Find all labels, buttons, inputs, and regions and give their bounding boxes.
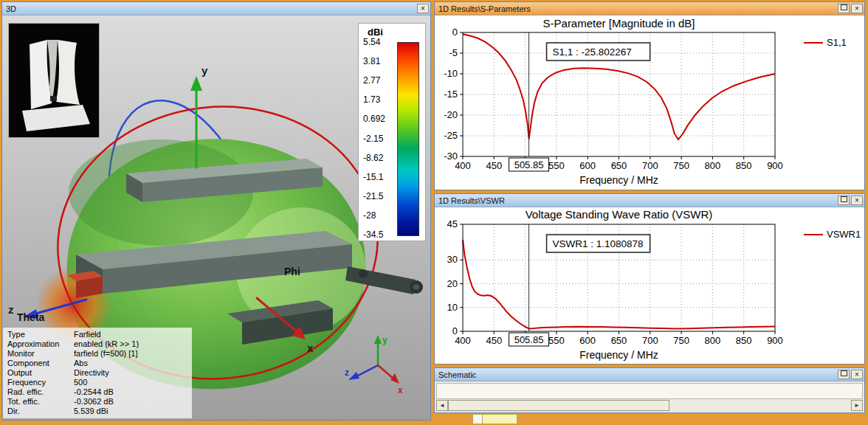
- maximize-icon[interactable]: [838, 196, 850, 205]
- x-tick-label: 850: [736, 160, 752, 171]
- farfield-info-value: enabled (kR >> 1): [74, 339, 192, 349]
- farfield-info-label: Monitor: [7, 349, 74, 359]
- chart-title: S-Parameter [Magnitude in dB]: [543, 17, 695, 30]
- y-tick-label: -10: [444, 68, 458, 79]
- mini-x-label: x: [398, 385, 403, 395]
- y-tick-label: 20: [447, 278, 458, 289]
- x-tick-label: 900: [767, 160, 783, 171]
- legend-label: S1,1: [827, 37, 847, 48]
- schematic-canvas[interactable]: ◄ ►: [435, 381, 864, 412]
- x-tick-label: 550: [548, 335, 565, 346]
- panel-s-parameters: 1D Results\S-Parameters × 40045055060065…: [434, 1, 865, 190]
- legend-label: VSWR1: [827, 229, 861, 240]
- taskbar-fragment-yellow: [483, 414, 517, 424]
- taskbar-fragment-white: [472, 414, 483, 424]
- colorbar-value: -21.5: [363, 191, 383, 201]
- colorbar-value: -2.15: [363, 134, 383, 144]
- sparam-chart: 4004505506006507007508008509000-5-10-15-…: [435, 15, 864, 190]
- colorbar-value: -15.1: [363, 172, 383, 182]
- close-icon[interactable]: ×: [851, 370, 863, 379]
- marker-value-text: 505.85: [514, 334, 544, 345]
- sparam-titlebar[interactable]: 1D Results\S-Parameters ×: [435, 2, 864, 15]
- farfield-info-row: ComponentAbs: [7, 359, 192, 368]
- colorbar-value: -8.62: [363, 153, 383, 163]
- theta-label: Theta: [17, 311, 45, 323]
- close-icon[interactable]: ×: [417, 4, 429, 13]
- annotation-text: S1,1 : -25.802267: [553, 46, 632, 58]
- x-tick-label: 900: [767, 335, 783, 346]
- colorbar-value: -28: [363, 210, 376, 221]
- annotation-text: VSWR1 : 1.1080878: [553, 238, 644, 249]
- farfield-info-value: farfield (f=500) [1]: [74, 349, 192, 359]
- colorbar-value: -34.5: [363, 229, 383, 240]
- colorbar-value: 3.81: [363, 56, 380, 66]
- scrollbar-track[interactable]: [448, 400, 851, 411]
- farfield-info-value: 500: [74, 378, 192, 387]
- farfield-info-row: TypeFarfield: [7, 330, 192, 339]
- farfield-info-value: Abs: [74, 359, 192, 368]
- farfield-info-label: Frequency: [7, 378, 74, 387]
- farfield-info-label: Approximation: [7, 339, 74, 349]
- farfield-info-label: Type: [7, 330, 74, 339]
- farfield-info-value: -0.3062 dB: [74, 397, 192, 407]
- maximize-icon[interactable]: [838, 370, 850, 379]
- farfield-info-value: Farfield: [74, 330, 192, 339]
- model-preview-image: [8, 23, 100, 138]
- y-tick-label: -30: [444, 151, 458, 162]
- farfield-info-row: Tot. effic.-0.3062 dB: [7, 397, 192, 407]
- schematic-titlebar[interactable]: Schematic ×: [435, 368, 864, 381]
- farfield-info-label: Component: [7, 359, 74, 368]
- close-icon[interactable]: ×: [851, 196, 863, 205]
- chart-svg: 400450550600650700750800850900010203045V…: [435, 207, 864, 364]
- y-tick-label: -15: [444, 89, 458, 100]
- farfield-info-row: Approximationenabled (kR >> 1): [7, 339, 192, 349]
- farfield-info-row: Frequency500: [7, 378, 192, 387]
- x-tick-label: 650: [611, 160, 627, 171]
- maximize-icon[interactable]: [838, 4, 850, 13]
- y-tick-label: -25: [444, 130, 458, 141]
- farfield-info-row: Dir.5.539 dBi: [7, 407, 192, 416]
- farfield-info-value: 5.539 dBi: [74, 407, 192, 416]
- colorbar: dBi 5.543.812.771.730.692-2.15-8.62-15.1…: [358, 23, 426, 241]
- x-tick-label: 750: [673, 160, 689, 171]
- x-tick-label: 550: [548, 160, 565, 171]
- vswr-titlebar[interactable]: 1D Results\VSWR ×: [435, 194, 864, 207]
- 3d-viewport[interactable]: y x z Phi Theta dBi 5.543.812.771.730.69…: [2, 15, 430, 420]
- scroll-right-icon[interactable]: ►: [851, 400, 863, 411]
- x-tick-label: 700: [642, 160, 658, 171]
- orientation-axes: y z x: [343, 331, 410, 398]
- chart-title: Voltage Standing Wave Ratio (VSWR): [526, 208, 713, 221]
- farfield-info-row: OutputDirectivity: [7, 368, 192, 378]
- y-tick-label: 45: [447, 218, 458, 229]
- panel-3d-titlebar[interactable]: 3D ×: [2, 2, 430, 15]
- y-tick-label: 0: [452, 325, 458, 336]
- y-axis-label: y: [202, 64, 208, 77]
- x-tick-label: 700: [642, 335, 658, 346]
- x-tick-label: 850: [736, 335, 752, 346]
- horizontal-scrollbar[interactable]: ◄ ►: [436, 400, 863, 411]
- panel-vswr: 1D Results\VSWR × 4004505506006507007508…: [434, 193, 865, 364]
- x-axis-title: Frequency / MHz: [579, 174, 658, 186]
- farfield-info-row: Monitorfarfield (f=500) [1]: [7, 349, 192, 359]
- y-tick-label: -5: [449, 47, 458, 58]
- farfield-info-row: Rad. effic.-0.2544 dB: [7, 387, 192, 397]
- mini-z-label: z: [345, 367, 349, 378]
- colorbar-gradient: [397, 42, 419, 236]
- scrollbar-thumb[interactable]: [448, 400, 669, 411]
- x-tick-label: 800: [705, 160, 721, 171]
- marker-value-text: 505.85: [514, 159, 544, 170]
- x-axis-label-3d: x: [307, 342, 314, 354]
- x-tick-label: 750: [673, 335, 689, 346]
- close-icon[interactable]: ×: [851, 4, 863, 13]
- farfield-info-value: -0.2544 dB: [74, 387, 192, 397]
- x-tick-label: 400: [455, 160, 471, 171]
- scroll-left-icon[interactable]: ◄: [436, 400, 448, 411]
- vswr-chart: 400450550600650700750800850900010203045V…: [435, 207, 864, 364]
- colorbar-value: 1.73: [363, 94, 380, 105]
- x-tick-label: 800: [705, 335, 721, 346]
- farfield-info-value: Directivity: [74, 368, 192, 378]
- schematic-title: Schematic: [438, 370, 836, 379]
- x-axis-title: Frequency / MHz: [579, 349, 658, 361]
- farfield-info-label: Tot. effic.: [7, 397, 74, 407]
- vswr-title: 1D Results\VSWR: [438, 196, 836, 205]
